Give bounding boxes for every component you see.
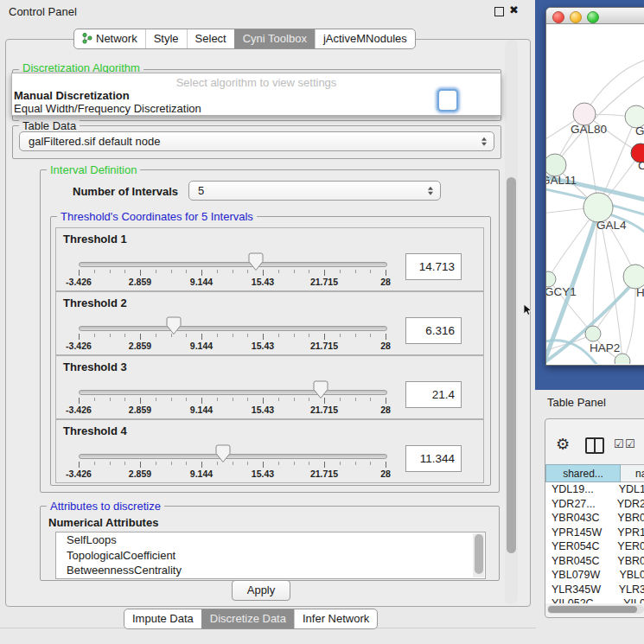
table-row[interactable]: YBR045CYBR0 [545,554,644,569]
tab-infer-network[interactable]: Infer Network [294,609,377,628]
cell-name[interactable]: YPR1 [614,526,644,540]
tick-mark [263,334,264,340]
cell-name[interactable]: YBR0 [614,511,644,526]
tab-network[interactable]: Network [74,29,145,48]
column-header-shared[interactable]: shared... [545,464,621,482]
tick-mark [110,270,111,273]
tab-label: Style [154,32,179,45]
slider-thumb-icon[interactable] [248,252,264,271]
tick-mark [186,398,187,401]
threshold-slider-track[interactable] [79,454,387,459]
attributes-list[interactable]: SelfLoopsTopologicalCoefficientBetweenne… [55,532,486,579]
slider-thumb-icon[interactable] [313,380,328,399]
tab-style[interactable]: Style [145,29,187,48]
table-row[interactable]: YER054CYER0 [545,539,644,554]
tick-mark [324,398,325,404]
threshold-value-field[interactable]: 14.713 [405,253,462,280]
tick-label: 28 [360,405,411,415]
list-item[interactable]: TopologicalCoefficient [56,548,485,564]
num-intervals-combo[interactable]: 5 [188,181,441,201]
zoom-traffic-light-icon[interactable] [587,11,599,23]
table-row[interactable]: YPR145WYPR1 [545,526,644,540]
table-row[interactable]: YIL052CYIL0 [545,596,644,603]
tick-mark [201,462,202,468]
threshold-value-field[interactable]: 11.344 [405,445,462,472]
attributes-scrollbar[interactable] [473,533,484,577]
cell-shared-name[interactable]: YIL052C [545,596,620,603]
tick-mark [370,270,371,273]
gear-icon[interactable]: ⚙ [556,435,570,453]
tick-mark [247,270,248,273]
cell-name[interactable]: YBL0 [615,568,644,583]
cell-name[interactable]: YDL1 [615,482,644,497]
network-node-hap2[interactable] [585,326,601,341]
cell-name[interactable]: YER0 [614,539,644,554]
slider-thumb-icon[interactable] [166,316,182,335]
tab-jactivemnodules[interactable]: jActiveMNodules [315,29,415,48]
dropdown-option-equal-width-frequency-discretization[interactable]: Equal Width/Frequency Discretization [14,102,201,115]
split-columns-icon[interactable] [585,437,604,454]
tick-mark [171,398,172,401]
tab-select[interactable]: Select [187,29,234,48]
cell-shared-name[interactable]: YDR27... [545,497,614,512]
cell-name[interactable]: YBR0 [614,554,644,569]
threshold-slider-track[interactable] [79,390,387,395]
cell-shared-name[interactable]: YBR043C [545,511,614,526]
cell-shared-name[interactable]: YBR045C [545,554,614,569]
threshold-value-field[interactable]: 6.316 [405,317,462,344]
tick-label: 9.144 [175,405,227,415]
checkbox-icon[interactable]: ☑ [625,437,635,450]
table-data-combo[interactable]: galFiltered.sif default node [19,131,494,151]
table-horizontal-scrollbar[interactable] [547,605,644,614]
cell-shared-name[interactable]: YDL19... [545,482,615,497]
network-node[interactable] [623,265,644,289]
float-window-icon[interactable] [494,7,504,16]
cell-name[interactable]: YDR2 [614,497,644,512]
control-panel-scrollbar[interactable] [505,40,518,604]
tab-cyni-toolbox[interactable]: Cyni Toolbox [234,29,315,48]
window-titlebar[interactable] [546,8,644,24]
cell-name[interactable]: YLR3 [615,583,644,597]
close-icon[interactable]: ✖ [509,3,519,16]
threshold-slider-track[interactable] [79,326,387,331]
cell-shared-name[interactable]: YLR345W [545,583,615,597]
column-header-name[interactable]: na [621,464,644,482]
checkbox-icon[interactable]: ☑ [614,437,624,450]
scrollbar-thumb[interactable] [507,177,516,553]
network-node-gal4[interactable] [583,193,613,222]
cell-shared-name[interactable]: YPR145W [545,526,614,540]
threshold-slider-track[interactable] [79,262,387,267]
tab-impute-data[interactable]: Impute Data [124,609,201,628]
network-node[interactable] [615,354,630,364]
tick-label: -3.426 [53,277,105,287]
interval-definition-title: Interval Definition [47,163,140,176]
algorithm-combo-focus-ring[interactable] [437,89,458,112]
minimize-traffic-light-icon[interactable] [570,11,582,23]
tick-mark [156,270,156,273]
network-graph[interactable]: GAL80GAL11GAL4GCY1HAP2GCH [546,24,644,364]
thresholds-group-title: Threshold's Coordinates for 5 Intervals [57,210,257,223]
cell-name[interactable]: YIL0 [620,596,644,603]
tick-mark [324,462,325,468]
tick-mark [294,270,295,273]
list-item[interactable]: BetweennessCentrality [56,563,485,578]
table-row[interactable]: YDR27...YDR2 [545,497,644,512]
table-row[interactable]: YDL19...YDL1 [545,482,644,497]
tick-mark [186,462,187,465]
apply-button[interactable]: Apply [232,580,290,601]
list-item[interactable]: SelfLoops [56,532,485,548]
table-row[interactable]: YBR043CYBR0 [545,511,644,526]
tick-mark [171,270,172,273]
slider-thumb-icon[interactable] [215,444,231,463]
cell-shared-name[interactable]: YBL079W [545,568,615,583]
tab-discretize-data[interactable]: Discretize Data [201,609,294,628]
table-row[interactable]: YBL079WYBL0 [545,568,644,583]
tick-mark [278,334,279,337]
scrollbar-thumb[interactable] [548,606,637,613]
threshold-value-field[interactable]: 21.4 [405,381,462,408]
table-row[interactable]: YLR345WYLR3 [545,583,644,597]
close-traffic-light-icon[interactable] [552,11,564,23]
dropdown-option-manual-discretization[interactable]: Manual Discretization [14,89,130,102]
cell-shared-name[interactable]: YER054C [545,539,614,554]
dropdown-hint: Select algorithm to view settings [12,76,501,89]
